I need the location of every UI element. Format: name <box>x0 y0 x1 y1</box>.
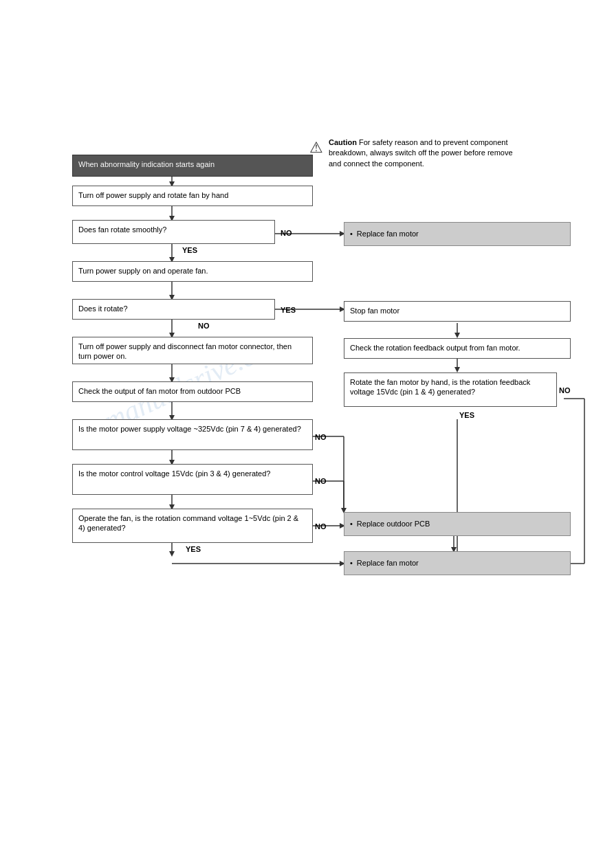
step3-box: Turn off power supply and disconnect fan… <box>72 337 313 364</box>
rotate-no-label: NO <box>559 386 571 394</box>
bullet3: • <box>350 558 353 568</box>
check-rotation-box: Check the rotation feedback output from … <box>344 338 571 359</box>
q5-box: Operate the fan, is the rotation command… <box>72 509 313 543</box>
start-box: When abnormality indication starts again <box>72 155 313 177</box>
replace-pcb-text: Replace outdoor PCB <box>357 519 430 528</box>
bullet2: • <box>350 519 353 528</box>
step2-text: Turn power supply on and operate fan. <box>78 267 208 275</box>
q1-no-label: NO <box>281 229 292 237</box>
svg-marker-30 <box>169 551 175 557</box>
stop-fan-text: Stop fan motor <box>350 307 399 315</box>
q2-yes-label: YES <box>281 306 296 314</box>
svg-marker-34 <box>454 333 460 338</box>
replace-motor2-box: • Replace fan motor <box>344 551 571 575</box>
q1-box: Does fan rotate smoothly? <box>72 220 275 244</box>
q2-no-label: NO <box>198 322 210 330</box>
step4-box: Check the output of fan motor from outdo… <box>72 381 313 402</box>
replace-motor1-text: Replace fan motor <box>357 229 419 238</box>
rotate-hand-box: Rotate the fan motor by hand, is the rot… <box>344 372 557 407</box>
replace-motor2-text: Replace fan motor <box>357 558 419 568</box>
replace-motor1-box: • Replace fan motor <box>344 222 571 246</box>
rotate-hand-text: Rotate the fan motor by hand, is the rot… <box>350 378 530 396</box>
replace-pcb-box: • Replace outdoor PCB <box>344 512 571 536</box>
q1-yes-label: YES <box>182 246 197 254</box>
q4-text: Is the motor control voltage 15Vdc (pin … <box>78 469 270 478</box>
svg-marker-36 <box>454 367 460 372</box>
q3-text: Is the motor power supply voltage ~325Vd… <box>78 425 301 433</box>
step3-text: Turn off power supply and disconnect fan… <box>78 342 292 360</box>
q1-text: Does fan rotate smoothly? <box>78 225 166 234</box>
q5-no-label: NO <box>315 522 327 531</box>
q2-box: Does it rotate? <box>72 299 275 320</box>
stop-fan-box: Stop fan motor <box>344 301 571 322</box>
q5-yes-label: YES <box>186 545 201 553</box>
q4-no-label: NO <box>315 477 327 485</box>
caution-text: For safety reason and to prevent compone… <box>329 138 513 168</box>
step1-text: Turn off power supply and rotate fan by … <box>78 191 228 199</box>
q3-box: Is the motor power supply voltage ~325Vd… <box>72 419 313 450</box>
q5-text: Operate the fan, is the rotation command… <box>78 514 298 532</box>
caution-box: ⚠ Caution For safety reason and to preve… <box>309 137 516 169</box>
q3-no-label: NO <box>315 433 327 441</box>
step4-text: Check the output of fan motor from outdo… <box>78 387 241 395</box>
q2-text: Does it rotate? <box>78 304 128 313</box>
start-text: When abnormality indication starts again <box>78 160 215 168</box>
bullet1: • <box>350 229 353 238</box>
rotate-yes-label: YES <box>459 411 474 419</box>
q4-box: Is the motor control voltage 15Vdc (pin … <box>72 464 313 495</box>
step1-box: Turn off power supply and rotate fan by … <box>72 186 313 206</box>
caution-label: Caution <box>329 138 357 146</box>
check-rotation-text: Check the rotation feedback output from … <box>350 344 520 352</box>
step2-box: Turn power supply on and operate fan. <box>72 261 313 282</box>
